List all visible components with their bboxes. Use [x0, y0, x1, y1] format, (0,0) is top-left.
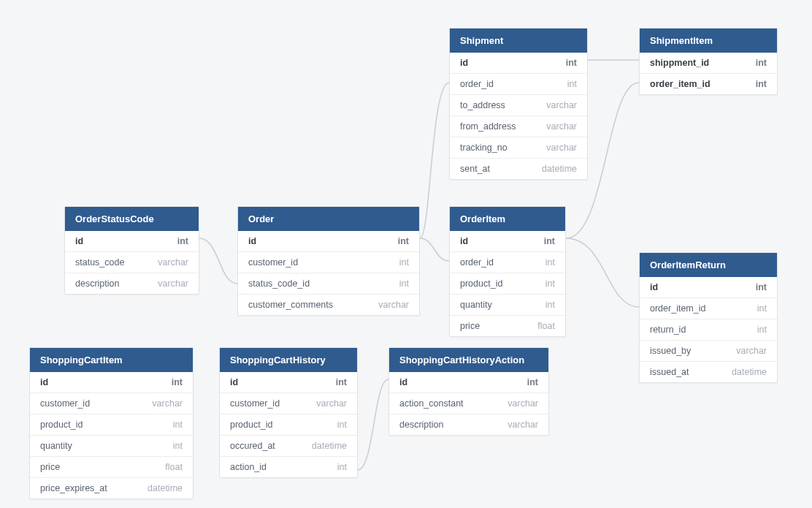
table-row: from_addressvarchar	[450, 116, 587, 137]
column-type: datetime	[148, 483, 183, 493]
column-name: description	[75, 278, 119, 289]
table-row: sent_atdatetime	[450, 159, 587, 179]
table-row: order_item_idint	[640, 74, 777, 94]
table-row: idint	[450, 53, 587, 74]
table-row: status_codevarchar	[65, 252, 199, 273]
table-row: return_idint	[640, 319, 777, 341]
column-type: varchar	[508, 420, 538, 430]
column-name: id	[460, 236, 468, 246]
table-row: product_idint	[30, 414, 193, 436]
column-name: customer_id	[230, 398, 280, 409]
table-row: status_code_idint	[238, 273, 419, 295]
column-type: int	[337, 420, 347, 430]
column-name: quantity	[40, 441, 72, 451]
column-name: quantity	[460, 300, 492, 310]
table-row: order_idint	[450, 74, 587, 95]
table-row: action_idint	[220, 457, 357, 477]
column-name: from_address	[460, 121, 516, 132]
table-header: OrderItemReturn	[640, 253, 777, 277]
column-type: int	[545, 278, 555, 289]
table-header: ShoppingCartHistory	[220, 348, 357, 372]
column-type: int	[567, 79, 577, 89]
table-row: pricefloat	[450, 316, 565, 336]
column-name: id	[460, 58, 468, 68]
column-name: issued_at	[650, 367, 689, 377]
table-row: tracking_novarchar	[450, 137, 587, 159]
entity-table-order-item-return[interactable]: OrderItemReturnidintorder_item_idintretu…	[639, 252, 778, 383]
table-header: ShoppingCartHistoryAction	[389, 348, 548, 372]
column-type: varchar	[508, 398, 538, 409]
column-type: datetime	[542, 164, 577, 174]
table-row: descriptionvarchar	[389, 414, 548, 435]
column-type: datetime	[732, 367, 767, 377]
table-row: quantityint	[30, 436, 193, 457]
column-type: int	[177, 236, 188, 246]
column-name: id	[650, 282, 658, 292]
column-name: action_id	[230, 462, 267, 472]
column-name: status_code_id	[248, 278, 310, 289]
column-name: order_id	[460, 79, 494, 89]
column-type: int	[172, 377, 183, 387]
column-type: int	[399, 257, 409, 268]
column-name: customer_comments	[248, 300, 333, 310]
entity-table-shipment-item[interactable]: ShipmentItemshippment_idintorder_item_id…	[639, 28, 778, 95]
column-name: sent_at	[460, 164, 490, 174]
table-row: customer_idvarchar	[30, 393, 193, 414]
column-type: varchar	[152, 398, 183, 409]
column-name: order_item_id	[650, 79, 710, 89]
column-type: int	[527, 377, 538, 387]
table-row: order_item_idint	[640, 298, 777, 319]
column-name: shippment_id	[650, 58, 709, 68]
table-header: Order	[238, 207, 419, 231]
table-header: Shipment	[450, 29, 587, 53]
column-type: varchar	[546, 100, 577, 110]
table-row: action_constantvarchar	[389, 393, 548, 414]
column-type: varchar	[736, 346, 767, 356]
table-row: order_idint	[450, 252, 565, 273]
column-type: int	[566, 58, 577, 68]
column-name: status_code	[75, 257, 124, 268]
entity-table-shopping-cart-item[interactable]: ShoppingCartItemidintcustomer_idvarcharp…	[29, 347, 194, 499]
column-name: id	[230, 377, 238, 387]
table-row: descriptionvarchar	[65, 273, 199, 294]
column-name: order_item_id	[650, 303, 705, 314]
column-name: price	[460, 321, 480, 331]
entity-table-order-item[interactable]: OrderItemidintorder_idintproduct_idintqu…	[449, 206, 566, 337]
table-row: customer_commentsvarchar	[238, 295, 419, 315]
entity-table-shipment[interactable]: Shipmentidintorder_idintto_addressvarcha…	[449, 28, 588, 180]
column-type: int	[336, 377, 347, 387]
column-name: product_id	[40, 420, 83, 430]
table-row: idint	[450, 231, 565, 252]
table-row: idint	[65, 231, 199, 252]
table-row: product_idint	[220, 414, 357, 436]
entity-table-order[interactable]: Orderidintcustomer_idintstatus_code_idin…	[237, 206, 420, 316]
column-name: id	[399, 377, 407, 387]
column-name: issued_by	[650, 346, 691, 356]
table-row: idint	[238, 231, 419, 252]
table-row: to_addressvarchar	[450, 95, 587, 116]
column-type: varchar	[158, 278, 188, 289]
column-type: int	[173, 441, 183, 451]
table-row: idint	[30, 372, 193, 393]
table-row: idint	[640, 277, 777, 298]
column-type: int	[756, 79, 767, 89]
column-type: int	[337, 462, 347, 472]
column-name: product_id	[230, 420, 272, 430]
column-name: return_id	[650, 325, 686, 335]
column-type: float	[165, 462, 183, 472]
column-type: datetime	[312, 441, 347, 451]
column-type: int	[757, 325, 767, 335]
column-type: varchar	[158, 257, 188, 268]
table-row: customer_idvarchar	[220, 393, 357, 414]
column-type: int	[757, 303, 767, 314]
entity-table-shopping-cart-history[interactable]: ShoppingCartHistoryidintcustomer_idvarch…	[219, 347, 358, 478]
entity-table-shopping-cart-history-action[interactable]: ShoppingCartHistoryActionidintaction_con…	[388, 347, 549, 436]
table-row: issued_byvarchar	[640, 341, 777, 362]
column-name: product_id	[460, 278, 502, 289]
column-type: float	[537, 321, 555, 331]
column-name: occured_at	[230, 441, 275, 451]
table-header: ShoppingCartItem	[30, 348, 193, 372]
entity-table-order-status-code[interactable]: OrderStatusCodeidintstatus_codevarcharde…	[64, 206, 199, 295]
column-name: order_id	[460, 257, 494, 268]
column-type: int	[398, 236, 409, 246]
